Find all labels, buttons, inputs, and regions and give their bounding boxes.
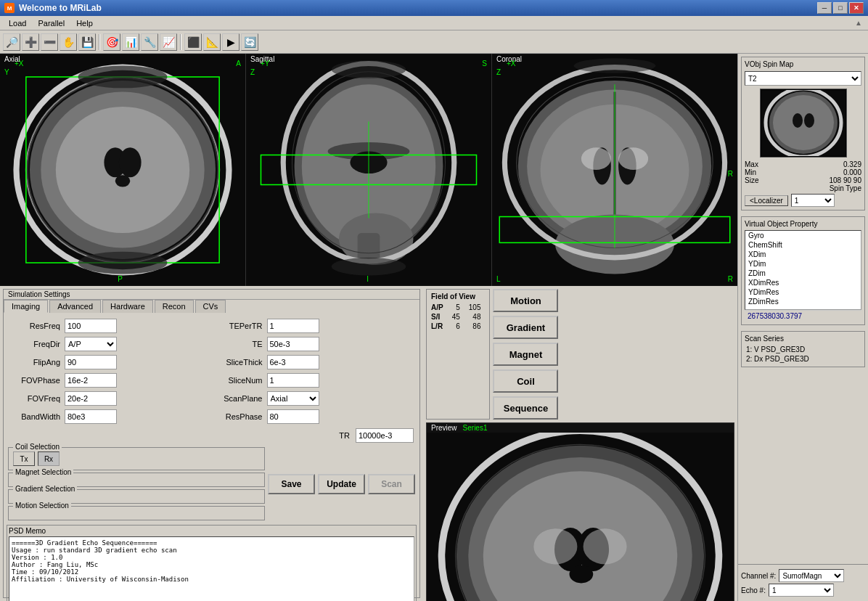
vobj-min-label: Min [745, 168, 756, 176]
tr-label: TR [299, 431, 350, 440]
menu-help[interactable]: Help [70, 17, 99, 29]
magnet-button[interactable]: Magnet [493, 343, 558, 366]
bandwidth-label: BandWidth [9, 412, 60, 421]
resfreq-input[interactable] [65, 319, 117, 333]
toolbar-btn-2[interactable]: ➕ [22, 33, 39, 51]
toolbar-btn-5[interactable]: 🎯 [103, 33, 120, 51]
svg-point-40 [574, 58, 656, 73]
menu-load[interactable]: Load [3, 17, 32, 29]
tab-cvs[interactable]: CVs [195, 300, 226, 313]
scan-button[interactable]: Scan [368, 474, 415, 494]
toolbar-btn-7[interactable]: 🔧 [141, 33, 158, 51]
scanplane-label: ScanPlane [212, 394, 263, 403]
localizer-button[interactable]: <Localizer [745, 195, 788, 206]
fov-row-si: S/I 45 48 [431, 312, 485, 322]
slicethick-input[interactable] [267, 355, 319, 369]
coronal-panel[interactable]: Coronal +X Z R L R [492, 54, 737, 286]
tab-imaging[interactable]: Imaging [4, 300, 48, 313]
mri-viewers-row: Axial +X Y A P [0, 54, 737, 286]
app-icon: M [4, 3, 15, 13]
tr-input[interactable] [356, 428, 414, 443]
fovfreq-input[interactable] [65, 391, 117, 406]
tepertr-row: TEPerTR [212, 319, 414, 333]
toolbar-btn-run[interactable]: ▶ [222, 33, 239, 51]
toolbar-btn-9[interactable]: ⬛ [184, 33, 202, 51]
tepertr-input[interactable] [267, 319, 319, 333]
vop-title: Virtual Object Property [745, 220, 861, 228]
psd-memo-content: ======3D Gradient Echo Sequence====== Us… [9, 536, 414, 601]
coil-action-button[interactable]: Coil [493, 369, 558, 393]
vobj-dropdown[interactable]: T2T1PD [745, 71, 861, 86]
motion-button[interactable]: Motion [493, 289, 558, 312]
close-button[interactable]: ✕ [849, 2, 864, 14]
te-input[interactable] [267, 337, 319, 351]
minimize-button[interactable]: ─ [817, 2, 832, 14]
toolbar-btn-pan[interactable]: ✋ [60, 33, 77, 51]
axial-panel[interactable]: Axial +X Y A P [0, 54, 246, 286]
main-content: Axial +X Y A P [0, 54, 868, 601]
slicenum-input[interactable] [267, 373, 319, 388]
flipang-input[interactable] [65, 355, 117, 369]
tab-hardware[interactable]: Hardware [102, 300, 153, 313]
freqdir-select[interactable]: A/PR/LS/I [65, 337, 117, 351]
save-button[interactable]: Save [268, 474, 315, 494]
echo-select[interactable]: 123 [769, 584, 834, 597]
gradient-button[interactable]: Gradient [493, 316, 558, 339]
vop-list[interactable]: Gyro ChemShift XDim YDim ZDim XDimRes YD… [745, 230, 861, 310]
toolbar-btn-8[interactable]: 📈 [160, 33, 177, 51]
coil-tx-btn[interactable]: Tx [13, 451, 35, 466]
fov-row-ap: A/P 5 105 [431, 303, 485, 312]
action-buttons-col: Motion Gradient Magnet Coil Sequence [493, 289, 558, 420]
scanplane-select[interactable]: AxialSagittalCoronal [267, 391, 319, 406]
sequence-button[interactable]: Sequence [493, 396, 558, 420]
toolbar-btn-10[interactable]: 📐 [203, 33, 221, 51]
coronal-axis-z: Z [496, 68, 501, 76]
fov-val2-ap: 105 [464, 303, 486, 312]
sagittal-panel[interactable]: Sagittal +Y Z S I [246, 54, 492, 286]
slicenum-label: SliceNum [212, 376, 263, 385]
axial-brain-svg [0, 54, 245, 286]
svg-point-55 [793, 113, 803, 128]
left-area: Axial +X Y A P [0, 54, 737, 601]
resfreq-row: ResFreq [9, 319, 212, 333]
fovphase-input[interactable] [65, 373, 117, 388]
toolbar-btn-save[interactable]: 💾 [78, 33, 96, 51]
channel-panel: Channel #: SumofMagnMagnitudePhase Echo … [738, 564, 868, 601]
spin-type-label-row: Spin Type [745, 184, 861, 192]
sagittal-axis-i: I [367, 275, 369, 283]
svg-point-7 [115, 175, 130, 187]
coil-rx-btn[interactable]: Rx [38, 451, 60, 466]
tab-bar: Imaging Advanced Hardware Recon CVs [4, 300, 419, 313]
vobj-max-value: 0.329 [843, 160, 861, 168]
channel-select[interactable]: SumofMagnMagnitudePhase [779, 569, 844, 582]
toolbar-sep-1 [99, 34, 100, 50]
preview-image-area[interactable] [427, 433, 734, 601]
resphase-input[interactable] [267, 409, 319, 424]
svg-point-56 [804, 113, 814, 128]
vop-item-ydimres: YDimRes [745, 287, 861, 297]
update-button[interactable]: Update [318, 474, 365, 494]
toolbar-btn-6[interactable]: 📊 [122, 33, 139, 51]
title-bar: M Welcome to MRiLab ─ □ ✕ [0, 0, 868, 16]
tab-recon[interactable]: Recon [155, 300, 194, 313]
vobj-size-row: Size 108 90 90 [745, 176, 861, 184]
svg-point-6 [119, 147, 142, 177]
svg-point-50 [584, 528, 627, 564]
svg-point-12 [78, 252, 168, 274]
toolbar-btn-3[interactable]: ➖ [41, 33, 58, 51]
tab-advanced[interactable]: Advanced [49, 300, 101, 313]
menu-bar: Load Parallel Help ▲ [0, 16, 868, 30]
vobj-size-value: 108 90 90 [830, 176, 862, 184]
scan-series-panel: Scan Series 1: V PSD_GRE3D 2: Dx PSD_GRE… [741, 331, 865, 367]
vobj-size-label: Size [745, 176, 758, 184]
form-left-col: ResFreq FreqDir A/PR/LS/I FlipAng [9, 319, 212, 424]
toolbar-btn-1[interactable]: 🔎 [3, 33, 20, 51]
maximize-button[interactable]: □ [833, 2, 848, 14]
spin-type-select[interactable]: 12 [791, 194, 835, 207]
menu-parallel[interactable]: Parallel [32, 17, 70, 29]
toolbar-btn-refresh[interactable]: 🔄 [241, 33, 258, 51]
preview-label: Preview [431, 424, 457, 432]
bandwidth-input[interactable] [65, 409, 117, 424]
sim-settings-title: Simulation Settings [4, 290, 419, 300]
svg-point-47 [569, 565, 593, 584]
